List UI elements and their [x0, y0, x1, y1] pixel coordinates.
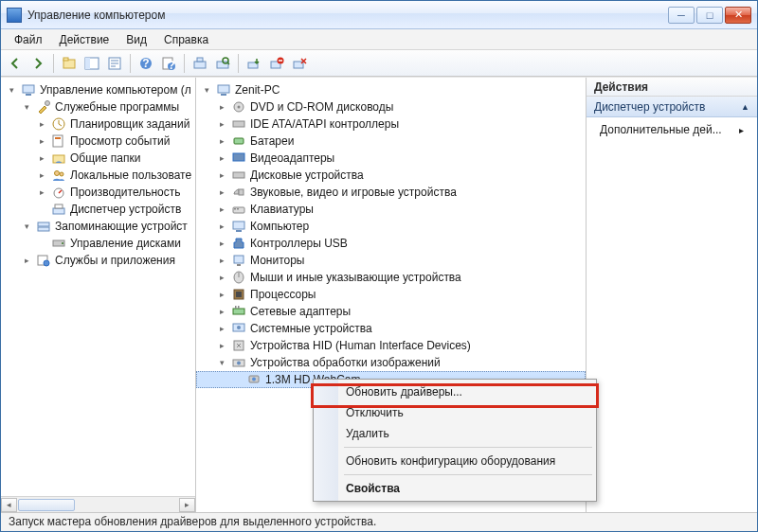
expand-icon[interactable]: ▸ — [217, 273, 227, 283]
menu-file[interactable]: Файл — [7, 31, 50, 48]
device-category[interactable]: ▸Мыши и иные указывающие устройства — [196, 269, 586, 286]
svg-rect-41 — [234, 138, 244, 144]
ctx-scan-hardware[interactable]: Обновить конфигурацию оборудования — [316, 451, 594, 471]
shared-folder-icon — [51, 151, 66, 166]
device-category[interactable]: ▸Процессоры — [196, 286, 586, 303]
actions-subheader[interactable]: Диспетчер устройств ▲ — [587, 97, 757, 117]
device-category[interactable]: ▸Звуковые, видео и игровые устройства — [196, 184, 586, 201]
collapse-icon[interactable]: ▾ — [22, 102, 32, 113]
collapse-icon[interactable]: ▾ — [217, 358, 227, 368]
svg-rect-29 — [55, 204, 63, 208]
export-button[interactable] — [104, 53, 125, 74]
properties-button[interactable] — [190, 53, 210, 74]
device-category[interactable]: ▸Мониторы — [196, 252, 586, 269]
device-category[interactable]: ▸Батареи — [196, 133, 586, 150]
forward-button[interactable] — [27, 53, 48, 74]
expand-icon[interactable]: ▸ — [217, 341, 227, 351]
help-topics-button[interactable]: ? — [158, 53, 179, 74]
device-category[interactable]: ▸Сетевые адаптеры — [196, 303, 586, 320]
disable-button[interactable] — [289, 53, 310, 74]
menu-view[interactable]: Вид — [118, 31, 154, 48]
category-label: Устройства HID (Human Interface Devices) — [250, 339, 471, 352]
svg-rect-31 — [38, 227, 49, 231]
update-driver-button[interactable] — [244, 53, 264, 74]
expand-icon[interactable]: ▸ — [217, 119, 227, 130]
titlebar[interactable]: Управление компьютером ─ □ ✕ — [1, 1, 757, 29]
back-button[interactable] — [5, 53, 26, 74]
sidebar-item-users[interactable]: ▸Локальные пользовате — [1, 167, 195, 184]
uninstall-button[interactable] — [266, 53, 287, 74]
actions-pane: Действия Диспетчер устройств ▲ Дополните… — [587, 78, 757, 512]
svg-point-25 — [55, 171, 60, 176]
device-category[interactable]: ▸Устройства HID (Human Interface Devices… — [196, 337, 586, 354]
console-tree-button[interactable] — [81, 53, 102, 74]
collapse-icon[interactable]: ▾ — [7, 85, 17, 96]
device-category-imaging[interactable]: ▾Устройства обработки изображений — [196, 354, 586, 371]
left-group-services-apps[interactable]: ▸ Службы и приложения — [1, 252, 195, 269]
scan-button[interactable] — [212, 53, 233, 74]
device-category[interactable]: ▸Компьютер — [196, 218, 586, 235]
category-label: Процессоры — [250, 288, 316, 301]
expand-icon[interactable]: ▸ — [217, 307, 227, 317]
device-category[interactable]: ▸Системные устройства — [196, 320, 586, 337]
expand-icon[interactable]: ▸ — [37, 153, 47, 164]
expand-icon[interactable]: ▸ — [217, 324, 227, 334]
scroll-thumb[interactable] — [18, 499, 75, 511]
minimize-button[interactable]: ─ — [668, 7, 695, 24]
expand-icon[interactable]: ▸ — [217, 256, 227, 266]
expand-icon[interactable]: ▸ — [22, 256, 32, 266]
expand-icon[interactable]: ▸ — [217, 239, 227, 249]
maximize-button[interactable]: □ — [696, 7, 723, 24]
ctx-properties[interactable]: Свойства — [316, 478, 594, 499]
computer-mgmt-icon — [21, 82, 36, 98]
expand-icon[interactable]: ▸ — [217, 222, 227, 232]
up-button[interactable] — [59, 53, 80, 74]
device-category[interactable]: ▸Дисковые устройства — [196, 167, 586, 184]
device-category[interactable]: ▸Клавиатуры — [196, 201, 586, 218]
expand-icon[interactable]: ▸ — [37, 187, 47, 198]
sidebar-item-scheduler[interactable]: ▸Планировщик заданий — [1, 115, 195, 133]
expand-icon[interactable]: ▸ — [217, 153, 227, 164]
category-label: DVD и CD-ROM дисководы — [250, 100, 393, 114]
left-root[interactable]: ▾ Управление компьютером (л — [1, 81, 195, 98]
collapse-icon[interactable]: ▾ — [22, 222, 32, 232]
device-category[interactable]: ▸IDE ATA/ATAPI контроллеры — [196, 115, 586, 133]
device-root[interactable]: ▾ Zenit-PC — [196, 81, 586, 98]
sidebar-item-devmgr[interactable]: ▸Диспетчер устройств — [1, 201, 195, 218]
expand-icon[interactable]: ▸ — [217, 136, 227, 147]
ctx-disable[interactable]: Отключить — [316, 402, 594, 423]
device-category[interactable]: ▸Видеоадаптеры — [196, 150, 586, 167]
expand-icon[interactable]: ▸ — [217, 204, 227, 215]
collapse-icon[interactable]: ▾ — [202, 85, 212, 96]
sidebar-item-perf[interactable]: ▸Производительность — [1, 184, 195, 201]
device-category[interactable]: ▸DVD и CD-ROM дисководы — [196, 98, 586, 115]
actions-more[interactable]: Дополнительные дей... ▸ — [587, 117, 757, 142]
device-category[interactable]: ▸Контроллеры USB — [196, 235, 586, 252]
sidebar-item-eventviewer[interactable]: ▸Просмотр событий — [1, 133, 195, 150]
scroll-left-button[interactable]: ◂ — [1, 498, 17, 512]
scrollbar-horizontal[interactable]: ◂ ▸ — [1, 496, 195, 512]
ctx-uninstall[interactable]: Удалить — [316, 423, 594, 444]
expand-icon[interactable]: ▸ — [217, 102, 227, 113]
collapse-icon[interactable]: ▲ — [741, 102, 749, 112]
left-group-services[interactable]: ▾ Служебные программы — [1, 98, 195, 115]
expand-icon[interactable]: ▸ — [217, 170, 227, 181]
expand-icon[interactable]: ▸ — [37, 136, 47, 147]
scroll-right-button[interactable]: ▸ — [179, 498, 195, 512]
ctx-update-driver[interactable]: Обновить драйверы... — [316, 381, 594, 402]
category-label: Устройства обработки изображений — [250, 356, 441, 369]
left-group-storage[interactable]: ▾ Запоминающие устройст — [1, 218, 195, 235]
close-button[interactable]: ✕ — [725, 7, 751, 24]
menu-help[interactable]: Справка — [156, 31, 216, 48]
expand-icon[interactable]: ▸ — [217, 187, 227, 198]
window-title: Управление компьютером — [27, 9, 668, 22]
menubar: Файл Действие Вид Справка — [1, 29, 757, 50]
sidebar-item-shared[interactable]: ▸Общие папки — [1, 150, 195, 167]
expand-icon[interactable]: ▸ — [37, 170, 47, 181]
sidebar-item-diskmgmt[interactable]: ▸Управление дисками — [1, 235, 195, 252]
menu-action[interactable]: Действие — [52, 31, 117, 48]
expand-icon[interactable]: ▸ — [37, 119, 47, 130]
help-button[interactable]: ? — [135, 53, 156, 74]
svg-rect-10 — [194, 62, 206, 68]
expand-icon[interactable]: ▸ — [217, 290, 227, 300]
